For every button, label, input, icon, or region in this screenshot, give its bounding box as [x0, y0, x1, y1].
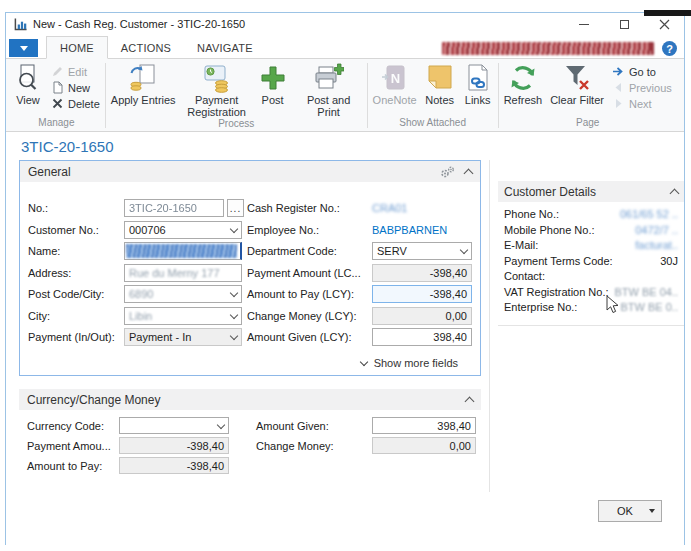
chevron-down-icon[interactable] — [460, 246, 468, 254]
collapse-general-icon[interactable] — [464, 168, 474, 178]
window-title: New - Cash Reg. Customer - 3TIC-20-1650 — [33, 18, 245, 30]
apply-entries-button[interactable]: Apply Entries — [107, 60, 180, 106]
page-content: 3TIC-20-1650 General — [6, 132, 684, 545]
detail-row: Enterprise No.: BTW BE 0.. — [504, 301, 678, 317]
ok-label: OK — [599, 505, 643, 517]
links-icon — [463, 63, 493, 93]
field-row: Change Money: 0,00 — [19, 437, 481, 455]
chevron-down-icon — [649, 509, 655, 513]
goto-icon — [612, 65, 625, 78]
collapse-customer-details-icon[interactable] — [670, 188, 680, 198]
view-button[interactable]: View — [9, 60, 47, 106]
change-money-label: Change Money: — [256, 440, 334, 452]
ribbon-separator — [105, 63, 106, 128]
close-icon — [659, 19, 670, 30]
payment-terms-code-label: Payment Terms Code: — [504, 255, 613, 267]
payment-amount-lcy-label: Payment Amount (LC... — [247, 267, 361, 279]
employee-no-label: Employee No.: — [247, 224, 319, 236]
onenote-button: N OneNote — [369, 60, 421, 106]
collapse-currency-icon[interactable] — [465, 396, 475, 406]
new-button[interactable]: New — [51, 81, 100, 94]
tab-home[interactable]: HOME — [46, 36, 108, 59]
customer-details-header[interactable]: Customer Details — [498, 181, 684, 202]
factbox-customer-details: Customer Details Phone No.: 061/65 52 ..… — [498, 181, 684, 326]
application-menu-button[interactable] — [9, 39, 38, 57]
notes-button[interactable]: Notes — [421, 60, 459, 106]
previous-label: Previous — [629, 82, 672, 94]
currency-title: Currency/Change Money — [27, 393, 160, 407]
window-controls — [564, 13, 684, 35]
svg-text:N: N — [390, 71, 399, 86]
payment-amount-lcy-field: -398,40 — [372, 264, 472, 282]
minimize-button[interactable] — [564, 13, 604, 35]
payment-terms-code-value: 30J — [660, 255, 678, 267]
email-label: E-Mail: — [504, 239, 538, 251]
help-button[interactable]: ? — [662, 41, 677, 56]
detail-row: Mobile Phone No.: 0472/7 .. — [504, 224, 678, 240]
fasttab-general: General No.: 3TIC-20-1650 — [19, 160, 481, 376]
field-row: Change Money (LCY): 0,00 — [20, 307, 480, 325]
links-button[interactable]: Links — [459, 60, 497, 106]
email-value[interactable]: facturat.. — [635, 239, 678, 251]
field-row: Amount to Pay: -398,40 — [19, 457, 481, 475]
view-icon — [13, 63, 43, 93]
post-label: Post — [262, 94, 284, 106]
amount-to-pay-lcy-field[interactable]: -398,40 — [372, 285, 472, 303]
field-row: Amount Given: 398,40 — [19, 417, 481, 435]
close-button[interactable] — [644, 13, 684, 35]
payment-registration-button[interactable]: Payment Registration — [180, 60, 254, 118]
chevron-down-icon — [359, 358, 367, 366]
currency-header[interactable]: Currency/Change Money — [19, 389, 481, 410]
ribbon-tab-row: HOME ACTIONS NAVIGATE ? — [6, 35, 684, 59]
department-code-field[interactable]: SERV — [372, 242, 472, 260]
clear-filter-button[interactable]: Clear Filter — [546, 60, 608, 106]
amount-given-lcy-field[interactable]: 398,40 — [372, 328, 472, 346]
ribbon-group-show-attached: N OneNote Notes — [369, 60, 497, 131]
enterprise-no-label: Enterprise No.: — [504, 301, 577, 313]
goto-button[interactable]: Go to — [612, 65, 672, 78]
delete-icon — [51, 97, 64, 110]
customer-details-rows: Phone No.: 061/65 52 .. Mobile Phone No.… — [498, 202, 684, 326]
payment-amount-lcy-value: -398,40 — [430, 267, 467, 279]
edit-button: Edit — [51, 65, 100, 78]
redacted-company-name — [442, 42, 654, 55]
mouse-cursor — [606, 295, 619, 314]
delete-button[interactable]: Delete — [51, 97, 100, 110]
ok-button[interactable]: OK — [598, 500, 662, 522]
post-icon — [258, 63, 288, 93]
amount-given-field[interactable]: 398,40 — [372, 417, 476, 434]
phone-no-label: Phone No.: — [504, 208, 559, 220]
next-icon — [612, 97, 625, 110]
amount-to-pay-lcy-value: -398,40 — [430, 288, 467, 300]
ribbon-group-manage: View Edit — [9, 60, 104, 131]
enterprise-no-value: BTW BE 0.. — [621, 301, 678, 313]
change-money-lcy-value: 0,00 — [446, 310, 467, 322]
tab-actions[interactable]: ACTIONS — [108, 37, 184, 58]
employee-no-value[interactable]: BABPBARNEN — [372, 224, 447, 236]
refresh-button[interactable]: Refresh — [500, 60, 547, 106]
detail-row: E-Mail: facturat.. — [504, 239, 678, 255]
phone-no-value: 061/65 52 .. — [620, 208, 678, 220]
general-header[interactable]: General — [20, 161, 480, 182]
show-more-fields[interactable]: Show more fields — [361, 357, 458, 369]
maximize-button[interactable] — [604, 13, 644, 35]
edit-label: Edit — [68, 66, 87, 78]
general-title: General — [28, 165, 71, 179]
ribbon-separator — [498, 63, 499, 128]
amount-given-value: 398,40 — [437, 420, 471, 432]
gears-icon[interactable] — [440, 166, 455, 178]
group-label-process: Process — [107, 118, 366, 132]
app-window: New - Cash Reg. Customer - 3TIC-20-1650 … — [5, 12, 685, 545]
detail-row: Contact: — [504, 270, 678, 286]
post-button[interactable]: Post — [254, 60, 292, 106]
chevron-down-icon — [20, 46, 28, 51]
group-label-manage: Manage — [9, 117, 104, 131]
vat-registration-no-label: VAT Registration No.: — [504, 286, 609, 298]
department-code-label: Department Code: — [247, 245, 337, 257]
tab-navigate[interactable]: NAVIGATE — [184, 37, 266, 58]
post-and-print-button[interactable]: Post and Print — [292, 60, 366, 118]
ok-dropdown[interactable] — [643, 501, 661, 521]
new-label: New — [68, 82, 90, 94]
ribbon-group-process: Apply Entries Payment Registration — [107, 60, 366, 131]
post-and-print-label: Post and Print — [296, 94, 362, 118]
